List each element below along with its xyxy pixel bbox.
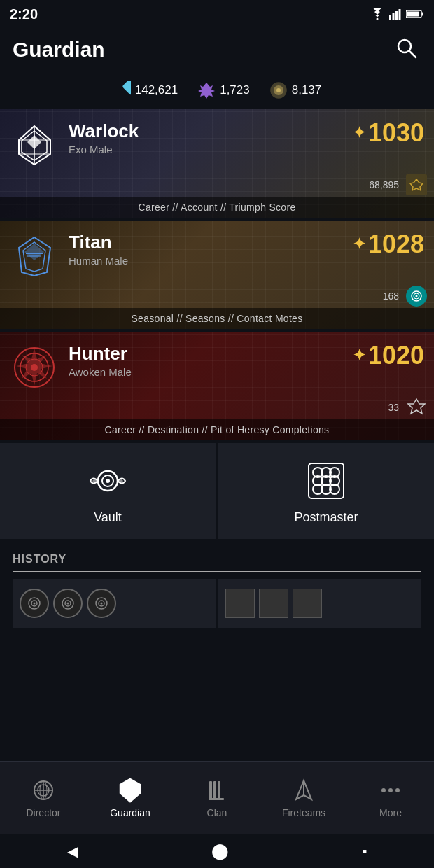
- titan-score: 168: [383, 290, 399, 302]
- titan-emblem: [10, 232, 59, 281]
- vault-icon: [87, 460, 129, 502]
- postmaster-icon: [305, 460, 347, 502]
- warlock-race: Exo Male: [69, 144, 139, 155]
- titan-class: Titan: [69, 232, 128, 253]
- warlock-card[interactable]: Warlock Exo Male ✦ 1030 68,895: [0, 109, 434, 218]
- warlock-badge: [406, 174, 427, 195]
- warlock-power-value: 1030: [368, 120, 424, 146]
- glimmer-currency: 142,621: [113, 81, 178, 99]
- svg-point-53: [67, 603, 69, 605]
- svg-rect-3: [396, 11, 398, 20]
- status-icons: [370, 8, 424, 20]
- history-tile-1: [225, 589, 255, 618]
- home-button[interactable]: ⬤: [197, 836, 243, 866]
- history-divider: [13, 571, 421, 572]
- titan-card[interactable]: Titan Human Male ✦ 1028 168: [0, 220, 434, 329]
- svg-point-14: [276, 88, 281, 92]
- hunter-content: Hunter Awoken Male ✦ 1020 33: [0, 332, 434, 440]
- svg-rect-1: [389, 15, 391, 20]
- titan-info: Titan Human Male: [59, 232, 128, 267]
- svg-point-74: [396, 788, 400, 792]
- nav-guardian[interactable]: Guardian: [87, 772, 174, 824]
- search-button[interactable]: [392, 34, 421, 66]
- svg-rect-67: [214, 781, 216, 799]
- svg-marker-34: [408, 399, 425, 414]
- svg-rect-4: [399, 9, 401, 20]
- status-bar: 2:20: [0, 0, 434, 28]
- vault-button[interactable]: Vault: [0, 443, 216, 539]
- svg-point-33: [31, 364, 38, 371]
- hunter-info: Hunter Awoken Male: [59, 343, 132, 378]
- svg-marker-11: [198, 83, 215, 99]
- warlock-footer: Career // Account // Triumph Score: [0, 197, 434, 218]
- nav-clan[interactable]: Clan: [174, 772, 260, 824]
- warlock-emblem: [10, 120, 59, 169]
- svg-point-50: [34, 603, 36, 605]
- fireteams-icon: [291, 778, 316, 803]
- warlock-bottom-row: 68,895: [0, 172, 434, 197]
- app-title: Guardian: [13, 38, 105, 62]
- history-icon-2: [53, 589, 83, 618]
- svg-point-29: [416, 295, 418, 298]
- titan-badge: [406, 286, 427, 307]
- nav-fireteams[interactable]: Fireteams: [260, 772, 347, 824]
- signal-icon: [389, 8, 402, 20]
- shards-currency: 1,723: [197, 81, 250, 99]
- history-section: HISTORY: [0, 542, 434, 634]
- history-title: HISTORY: [13, 553, 421, 566]
- svg-point-37: [106, 479, 110, 483]
- battery-icon: [406, 9, 424, 19]
- svg-point-0: [377, 18, 379, 20]
- svg-rect-6: [422, 13, 424, 16]
- svg-point-72: [382, 788, 386, 792]
- guardian-icon: [118, 778, 143, 803]
- svg-rect-26: [27, 255, 41, 257]
- hunter-class: Hunter: [69, 343, 132, 365]
- hunter-badge: [406, 397, 427, 418]
- warlock-star: ✦: [353, 125, 365, 141]
- history-icon-1: [20, 589, 49, 618]
- hunter-card[interactable]: Hunter Awoken Male ✦ 1020 33: [0, 332, 434, 440]
- hunter-footer: Career // Destination // Pit of Heresy C…: [0, 419, 434, 440]
- hunter-score: 33: [388, 402, 399, 413]
- warlock-power: ✦ 1030: [353, 120, 424, 146]
- hunter-power: ✦ 1020: [353, 343, 424, 368]
- nav-more[interactable]: More: [347, 772, 434, 824]
- history-right[interactable]: [218, 579, 421, 628]
- svg-rect-10: [122, 81, 131, 95]
- warlock-power-num: ✦ 1030: [353, 120, 424, 146]
- hunter-power-num: ✦ 1020: [353, 343, 424, 368]
- clan-icon: [204, 778, 230, 803]
- recents-button[interactable]: ▪: [349, 839, 381, 864]
- svg-marker-20: [27, 135, 41, 149]
- more-icon: [378, 778, 403, 803]
- android-nav-bar: ◀ ⬤ ▪: [0, 834, 434, 868]
- director-icon: [31, 778, 56, 803]
- svg-point-65: [128, 788, 132, 792]
- hunter-star: ✦: [353, 348, 365, 363]
- svg-point-56: [101, 603, 103, 605]
- dust-icon: [270, 81, 288, 99]
- postmaster-button[interactable]: Postmaster: [218, 443, 434, 539]
- titan-power-num: ✦ 1028: [353, 232, 424, 257]
- glimmer-value: 142,621: [135, 83, 178, 97]
- vault-label: Vault: [94, 510, 122, 525]
- status-time: 2:20: [10, 6, 38, 22]
- svg-rect-69: [209, 798, 224, 800]
- clan-label: Clan: [207, 807, 227, 818]
- dust-currency: 8,137: [270, 81, 322, 99]
- hunter-race: Awoken Male: [69, 366, 132, 378]
- nav-director[interactable]: Director: [0, 772, 87, 824]
- back-button[interactable]: ◀: [53, 837, 92, 865]
- director-label: Director: [26, 807, 60, 818]
- svg-point-73: [388, 788, 393, 792]
- wifi-icon: [370, 8, 385, 20]
- history-tile-2: [259, 589, 288, 618]
- history-left[interactable]: [13, 579, 216, 628]
- hunter-bottom-row: 33: [0, 394, 434, 419]
- svg-rect-2: [393, 13, 395, 20]
- svg-marker-21: [410, 179, 423, 190]
- titan-power-value: 1028: [368, 232, 424, 257]
- shards-icon: [197, 81, 216, 99]
- titan-content: Titan Human Male ✦ 1028 168: [0, 220, 434, 329]
